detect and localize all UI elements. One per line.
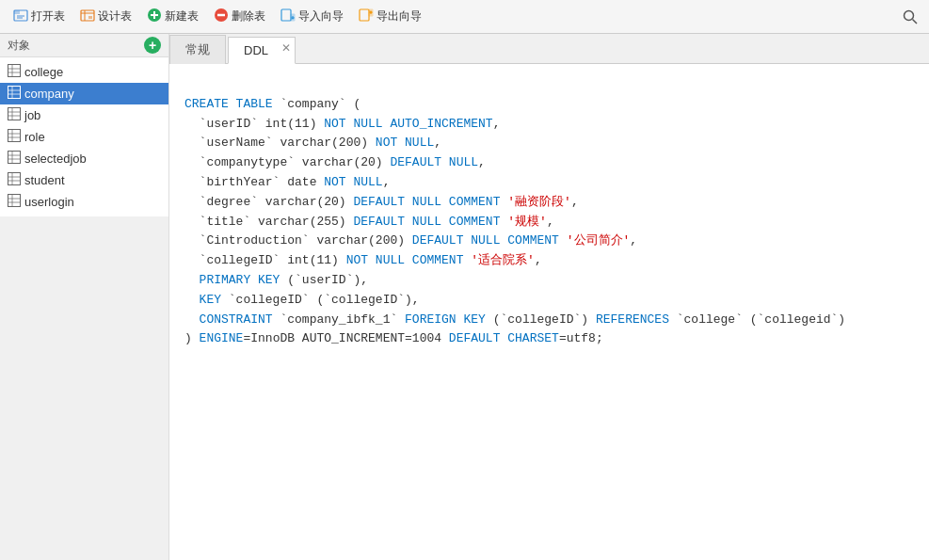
delete-table-label: 删除表 (232, 8, 265, 24)
main-container: 打开表 设计表 新建表 删除表 导入向导 (0, 0, 929, 560)
sql-field-username: `userName` varchar(200) NOT NULL, (200, 136, 441, 150)
table-name: selectedjob (24, 152, 87, 166)
tab-bar: 常规 DDL ✕ (169, 34, 929, 64)
sql-constraint-body: `company_ibfk_1` FOREIGN KEY (`collegeID… (273, 312, 846, 327)
sidebar-label: 对象 (8, 38, 30, 54)
import-label: 导入向导 (298, 8, 344, 24)
svg-point-14 (905, 10, 914, 20)
svg-rect-1 (14, 10, 20, 14)
tab-changgui[interactable]: 常规 (169, 35, 226, 64)
export-label: 导出向导 (376, 8, 422, 24)
table-item-college[interactable]: college (0, 61, 168, 83)
svg-rect-20 (8, 87, 21, 99)
svg-rect-24 (8, 108, 21, 120)
sql-field-collegeid: `collegeID` int(11) NOT NULL COMMENT '适合… (200, 253, 542, 267)
toolbar: 打开表 设计表 新建表 删除表 导入向导 (0, 0, 929, 34)
sql-field-companytype: `companytype` varchar(20) DEFAULT NULL, (200, 155, 486, 169)
tab-close-button[interactable]: ✕ (281, 41, 291, 55)
sql-primary-key: PRIMARY KEY (200, 273, 280, 287)
svg-rect-4 (81, 10, 94, 21)
svg-line-15 (913, 19, 918, 24)
table-item-userlogin[interactable]: userlogin (0, 191, 168, 213)
table-grid-icon (8, 172, 21, 188)
sql-field-birthyear: `birthYear` date NOT NULL, (200, 175, 391, 189)
table-item-role[interactable]: role (0, 126, 168, 148)
table-item-student[interactable]: student (0, 169, 168, 191)
table-grid-icon (8, 194, 21, 210)
sql-table-name: `company` ( (273, 97, 361, 111)
open-table-button[interactable]: 打开表 (8, 5, 71, 28)
import-icon (280, 8, 296, 25)
sql-field-degree: `degree` varchar(20) DEFAULT NULL COMMEN… (200, 195, 579, 209)
import-button[interactable]: 导入向导 (275, 5, 349, 28)
table-name: userlogin (24, 195, 74, 209)
svg-rect-40 (8, 195, 21, 207)
delete-table-icon (214, 8, 229, 25)
table-item-company[interactable]: company (0, 83, 168, 104)
delete-table-button[interactable]: 删除表 (208, 5, 271, 28)
new-table-label: 新建表 (165, 8, 199, 24)
sql-field-cintroduction: `Cintroduction` varchar(200) DEFAULT NUL… (200, 233, 638, 248)
svg-rect-12 (281, 9, 291, 21)
table-grid-icon (8, 64, 21, 80)
svg-rect-16 (8, 65, 21, 77)
ddl-code-area: CREATE TABLE `company` ( `userID` int(11… (169, 64, 929, 560)
sql-constraint-keyword: CONSTRAINT (200, 312, 273, 327)
svg-rect-13 (360, 9, 369, 21)
sidebar-label-row: 对象 + (0, 34, 168, 57)
svg-rect-36 (8, 173, 21, 185)
table-name: role (24, 130, 45, 144)
table-grid-icon (8, 151, 21, 167)
add-object-button[interactable]: + (144, 37, 161, 54)
design-table-button[interactable]: 设计表 (74, 5, 137, 28)
export-icon (359, 8, 374, 25)
sql-key-field: `collegeID` (`collegeID`), (221, 293, 420, 307)
open-table-label: 打开表 (31, 8, 65, 24)
table-name: company (24, 87, 74, 101)
table-grid-icon (8, 86, 21, 102)
table-item-selectedjob[interactable]: selectedjob (0, 148, 168, 169)
table-name: college (24, 65, 63, 79)
tab-ddl[interactable]: DDL ✕ (228, 37, 296, 64)
sql-key: KEY (200, 293, 221, 307)
table-grid-icon (8, 129, 21, 145)
search-button[interactable] (899, 6, 921, 28)
open-table-icon (13, 8, 28, 25)
sql-field-title: `title` varchar(255) DEFAULT NULL COMMEN… (200, 215, 554, 229)
svg-rect-32 (8, 152, 21, 164)
sql-engine: ) ENGINE=InnoDB AUTO_INCREMENT=1004 DEFA… (184, 331, 603, 345)
design-table-icon (80, 8, 95, 25)
table-item-job[interactable]: job (0, 104, 168, 126)
sql-field-userid: `userID` int(11) NOT NULL AUTO_INCREMENT… (200, 117, 501, 131)
table-name: job (24, 108, 40, 122)
table-name: student (24, 173, 65, 187)
svg-rect-28 (8, 130, 21, 142)
sidebar: 对象 + college company (0, 34, 169, 560)
table-grid-icon (8, 107, 21, 123)
right-panel: 常规 DDL ✕ CREATE TABLE `company` ( `userI… (169, 34, 929, 560)
table-list: college company job (0, 57, 169, 216)
export-button[interactable]: 导出向导 (353, 5, 427, 28)
sql-create-keyword: CREATE TABLE (184, 97, 273, 111)
content-area: 对象 + college company (0, 34, 929, 560)
new-table-icon (147, 8, 162, 25)
sql-primary-key-field: (`userID`), (280, 273, 368, 287)
new-table-button[interactable]: 新建表 (141, 5, 204, 28)
design-table-label: 设计表 (98, 8, 132, 24)
